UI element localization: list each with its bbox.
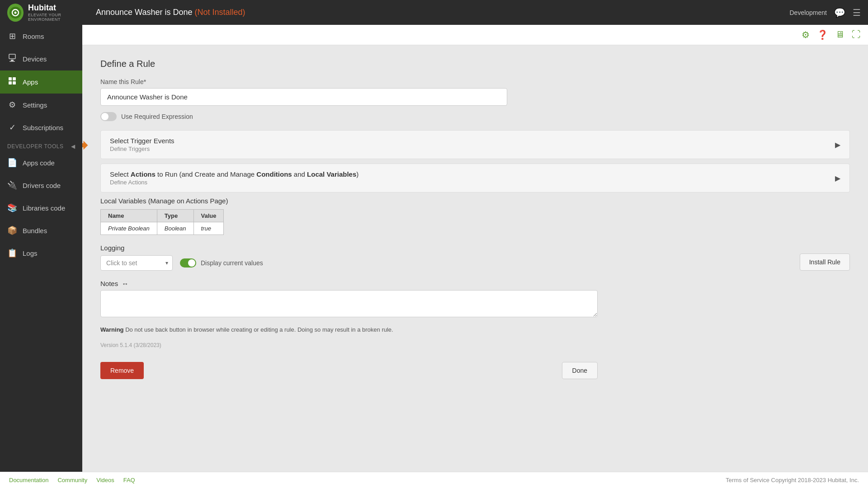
sidebar-item-rooms[interactable]: ⊞ Rooms [0,25,82,47]
actions-subtitle: Define Actions [110,179,359,186]
var-name: Private Boolean [101,222,157,235]
layout: ⊞ Rooms Devices Apps ⚙ Settings ✓ Subscr… [0,25,868,472]
sidebar-item-libraries-code[interactable]: 📚 Libraries code [0,197,82,219]
footer-copyright: Terms of Service Copyright 2018-2023 Hub… [726,477,859,483]
sidebar-label-apps-code: Apps code [23,159,55,167]
table-row: Private Boolean Boolean true [101,222,224,235]
sidebar-item-settings[interactable]: ⚙ Settings [0,94,82,116]
required-expression-label: Use Required Expression [121,113,193,120]
main-content: ⚙ ❓ 🖥 ⛶ Define a Rule Name this Rule* Us… [82,25,868,472]
logo-name: Hubitat [28,3,89,13]
sidebar-item-apps-code[interactable]: 📄 Apps code [0,151,82,174]
gear-icon[interactable]: ⚙ [802,29,810,40]
svg-rect-3 [9,54,15,59]
svg-rect-5 [9,61,15,62]
sidebar-item-drivers-code[interactable]: 🔌 Drivers code [0,174,82,197]
menu-icon[interactable]: ☰ [853,7,861,18]
dev-section-text: Developer tools [7,143,63,150]
sidebar-item-apps[interactable]: Apps [0,70,82,94]
local-variables-section: Local Variables (Manage on Actions Page)… [100,197,850,235]
col-value: Value [193,210,224,222]
bundles-icon: 📦 [7,225,17,235]
footer-link-videos[interactable]: Videos [96,477,114,483]
actions-section[interactable]: Select Actions to Run (and Create and Ma… [100,164,850,192]
footer-link-documentation[interactable]: Documentation [9,477,48,483]
logging-dropdown[interactable]: Click to set [100,255,173,271]
logo-area: Hubitat Elevate Your Environment [7,3,89,22]
logo-icon [7,4,24,22]
sidebar: ⊞ Rooms Devices Apps ⚙ Settings ✓ Subscr… [0,25,82,472]
actions-chevron-icon: ▶ [835,174,840,183]
env-label: Development [790,9,827,16]
col-type: Type [157,210,193,222]
trigger-section-wrapper: ➡ Select Trigger Events Define Triggers … [100,130,850,159]
sidebar-label-apps: Apps [23,78,38,86]
notification-icon[interactable]: 💬 [834,7,845,18]
logo-tagline: Elevate Your Environment [28,13,89,22]
actions-title: Select Actions to Run (and Create and Ma… [110,170,359,178]
display-toggle-row: Display current values [180,258,263,267]
header: Hubitat Elevate Your Environment Announc… [0,0,868,25]
subscriptions-icon: ✓ [7,122,17,132]
dev-section-collapse-icon[interactable]: ◀ [71,143,75,150]
sidebar-label-logs: Logs [23,249,38,257]
apps-icon [7,77,17,87]
footer-link-faq[interactable]: FAQ [123,477,135,483]
help-icon[interactable]: ❓ [817,29,828,40]
trigger-section[interactable]: Select Trigger Events Define Triggers ▶ [100,130,850,159]
col-name: Name [101,210,157,222]
sidebar-label-bundles: Bundles [23,227,47,235]
sidebar-label-rooms: Rooms [23,33,44,40]
notes-section: Notes ↔ [100,280,850,319]
trigger-subtitle: Define Triggers [110,145,175,152]
rule-name-label: Name this Rule* [100,78,850,85]
sidebar-item-subscriptions[interactable]: ✓ Subscriptions [0,116,82,139]
display-current-values-toggle[interactable] [180,258,196,267]
local-vars-table: Name Type Value Private Boolean Boolean … [100,209,224,235]
footer-links: Documentation Community Videos FAQ [9,477,135,483]
required-expression-toggle[interactable] [100,112,117,121]
notes-expand-icon[interactable]: ↔ [122,280,128,287]
page-title: Define a Rule [100,59,850,69]
sidebar-item-bundles[interactable]: 📦 Bundles [0,219,82,242]
sidebar-item-logs[interactable]: 📋 Logs [0,242,82,264]
sidebar-label-drivers-code: Drivers code [23,182,61,189]
footer: Documentation Community Videos FAQ Terms… [0,472,868,488]
header-title-text: Announce Washer is Done [96,8,192,17]
sidebar-label-subscriptions: Subscriptions [23,124,63,131]
footer-link-community[interactable]: Community [57,477,87,483]
required-expression-row: Use Required Expression [100,112,850,121]
bottom-buttons: Remove Done [100,362,598,379]
monitor-icon[interactable]: 🖥 [835,29,844,40]
done-button[interactable]: Done [562,362,598,379]
svg-point-2 [14,11,17,14]
local-vars-title: Local Variables (Manage on Actions Page) [100,197,850,205]
devices-icon [7,54,17,64]
logging-left: Logging Click to set ▾ Display current v… [100,244,263,271]
svg-rect-8 [9,81,12,84]
logs-icon: 📋 [7,248,17,258]
var-value: true [193,222,224,235]
var-type: Boolean [157,222,193,235]
logging-select-wrapper: Click to set ▾ [100,255,173,271]
sidebar-label-devices: Devices [23,55,47,63]
sidebar-item-devices[interactable]: Devices [0,47,82,70]
logo-text: Hubitat Elevate Your Environment [28,3,89,22]
logging-row: Logging Click to set ▾ Display current v… [100,244,850,271]
install-rule-button[interactable]: Install Rule [800,253,850,271]
header-status: (Not Installed) [194,8,245,17]
trigger-chevron-icon: ▶ [835,141,840,149]
notes-textarea[interactable] [100,290,598,317]
sidebar-label-settings: Settings [23,101,47,109]
trigger-arrow-indicator: ➡ [82,134,89,155]
svg-rect-9 [13,81,16,84]
rooms-icon: ⊞ [7,31,17,41]
toolbar: ⚙ ❓ 🖥 ⛶ [82,25,868,45]
rule-name-input[interactable] [100,88,507,106]
content-area: Define a Rule Name this Rule* Use Requir… [82,45,868,472]
remove-button[interactable]: Remove [100,362,144,379]
settings-icon: ⚙ [7,100,17,110]
developer-tools-label: Developer tools ◀ [0,139,82,151]
svg-rect-7 [13,77,16,80]
expand-icon[interactable]: ⛶ [852,29,861,40]
